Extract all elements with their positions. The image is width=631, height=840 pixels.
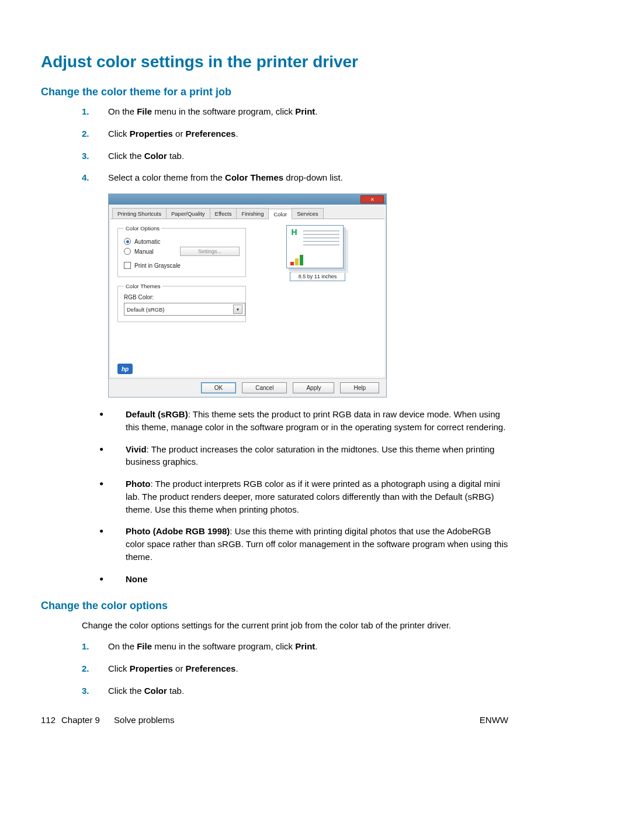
color-themes-group: Color Themes RGB Color: Default (sRGB) ▾ — [117, 283, 246, 322]
color-options-legend: Color Options — [124, 225, 161, 231]
footer-chapter-label: Chapter 9 — [61, 715, 100, 725]
rgb-color-label: RGB Color: — [124, 294, 240, 300]
radio-manual-label: Manual — [134, 248, 154, 255]
radio-automatic[interactable] — [124, 238, 131, 245]
bullet-bold: Vivid — [126, 444, 147, 454]
step-item: Click Properties or Preferences. — [82, 127, 508, 140]
tab-finishing[interactable]: Finishing — [236, 208, 269, 219]
tab-panel-color: Color Options Automatic Manual Settings.… — [110, 219, 384, 361]
close-icon[interactable]: ✕ — [360, 195, 384, 203]
step-item: Click the Color tab. — [82, 685, 508, 697]
list-item: Default (sRGB): This theme sets the prod… — [99, 408, 508, 434]
list-item: Photo: The product interprets RGB color … — [99, 478, 508, 516]
step-text: Select a color theme from the — [108, 172, 225, 182]
step-item: Select a color theme from the Color Them… — [82, 171, 508, 184]
tab-paper-quality[interactable]: Paper/Quality — [166, 208, 210, 219]
bullet-text: : The product increases the color satura… — [126, 444, 494, 467]
dialog-titlebar: ✕ — [109, 194, 386, 205]
step-bold: Properties — [130, 663, 173, 673]
footer-page-number: 112 — [41, 715, 56, 725]
dialog-body: Printing Shortcuts Paper/Quality Effects… — [110, 206, 384, 376]
checkbox-grayscale-label: Print in Grayscale — [134, 262, 181, 269]
color-theme-selected: Default (sRGB) — [127, 306, 164, 313]
step-text: menu in the software program, click — [152, 641, 295, 651]
steps-list-a: On the File menu in the software program… — [82, 105, 508, 184]
color-theme-select[interactable]: Default (sRGB) ▾ — [124, 303, 245, 316]
step-bold: Color Themes — [225, 172, 283, 182]
chevron-down-icon[interactable]: ▾ — [233, 305, 242, 314]
tab-printing-shortcuts[interactable]: Printing Shortcuts — [112, 208, 167, 219]
step-bold: Print — [295, 106, 315, 116]
color-options-group: Color Options Automatic Manual Settings.… — [117, 225, 246, 277]
step-bold: Preferences — [186, 129, 236, 139]
step-text: On the — [108, 641, 137, 651]
step-item: Click the Color tab. — [82, 150, 508, 163]
help-button[interactable]: Help — [340, 382, 379, 393]
list-item: None — [99, 573, 508, 586]
step-text: tab. — [167, 686, 184, 696]
preview-h-icon: H — [290, 227, 299, 237]
bullet-bold: Default (sRGB) — [126, 409, 188, 419]
tab-color[interactable]: Color — [268, 209, 292, 219]
cancel-button[interactable]: Cancel — [242, 382, 287, 393]
list-item: Vivid: The product increases the color s… — [99, 443, 508, 469]
page-preview: H 8.5 by 11 inches — [286, 225, 349, 281]
page-footer: 112 Chapter 9 Solve problems ENWW — [0, 715, 549, 725]
tab-effects[interactable]: Effects — [210, 208, 237, 219]
list-item: Photo (Adobe RGB 1998): Use this theme w… — [99, 525, 508, 563]
step-bold: Color — [144, 686, 167, 696]
steps-list-b: On the File menu in the software program… — [82, 640, 508, 697]
checkbox-grayscale[interactable] — [124, 262, 131, 269]
step-text: Click — [108, 129, 130, 139]
color-themes-legend: Color Themes — [124, 283, 162, 289]
apply-button[interactable]: Apply — [293, 382, 334, 393]
step-text: menu in the software program, click — [152, 106, 295, 116]
bullet-text: : The product interprets RGB color as if… — [126, 479, 500, 514]
settings-button[interactable]: Settings... — [180, 247, 240, 256]
hp-logo-row: hp — [110, 361, 384, 376]
step-bold: File — [137, 106, 152, 116]
document-page: Adjust color settings in the printer dri… — [0, 0, 549, 760]
theme-description-list: Default (sRGB): This theme sets the prod… — [99, 408, 508, 585]
section-heading-change-theme: Change the color theme for a print job — [41, 86, 508, 98]
step-text: On the — [108, 106, 137, 116]
bullet-bold: None — [126, 574, 148, 584]
page-title: Adjust color settings in the printer dri… — [41, 53, 508, 71]
radio-manual[interactable] — [124, 248, 131, 255]
hp-logo-icon: hp — [117, 364, 133, 374]
ok-button[interactable]: OK — [201, 382, 236, 393]
step-bold: Color — [144, 151, 167, 161]
footer-right: ENWW — [480, 715, 508, 725]
step-text: . — [235, 129, 238, 139]
step-text: tab. — [167, 151, 184, 161]
step-bold: Print — [295, 641, 315, 651]
step-text: Click the — [108, 151, 144, 161]
tab-services[interactable]: Services — [292, 208, 323, 219]
step-text: drop-down list. — [283, 172, 343, 182]
step-bold: Preferences — [186, 663, 236, 673]
dialog-tabs: Printing Shortcuts Paper/Quality Effects… — [110, 206, 384, 219]
print-properties-dialog: ✕ Printing Shortcuts Paper/Quality Effec… — [108, 193, 387, 397]
step-text: . — [235, 663, 238, 673]
step-item: On the File menu in the software program… — [82, 105, 508, 118]
dialog-screenshot: ✕ Printing Shortcuts Paper/Quality Effec… — [108, 193, 508, 397]
bullet-bold: Photo (Adobe RGB 1998) — [126, 526, 230, 536]
step-text: . — [315, 641, 317, 651]
radio-automatic-label: Automatic — [134, 238, 160, 245]
step-item: On the File menu in the software program… — [82, 640, 508, 653]
step-text: . — [315, 106, 317, 116]
step-bold: Properties — [130, 129, 173, 139]
step-text: or — [173, 129, 186, 139]
color-right-column: H 8.5 by 11 inches — [246, 225, 377, 351]
step-text: or — [173, 663, 186, 673]
preview-dimensions: 8.5 by 11 inches — [290, 272, 345, 281]
color-left-column: Color Options Automatic Manual Settings.… — [117, 225, 246, 351]
step-item: Click Properties or Preferences. — [82, 662, 508, 675]
preview-text-lines — [303, 230, 339, 248]
preview-bar-chart-icon — [290, 255, 303, 265]
step-text: Click the — [108, 686, 144, 696]
section-intro: Change the color options settings for th… — [82, 619, 508, 632]
step-text: Click — [108, 663, 130, 673]
footer-chapter-title: Solve problems — [114, 715, 174, 725]
step-bold: File — [137, 641, 152, 651]
